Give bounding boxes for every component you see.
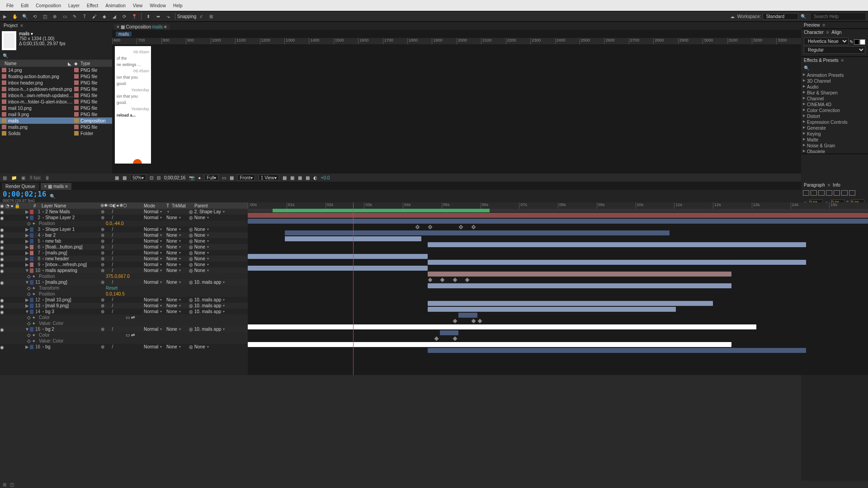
snap-grid-icon[interactable]: ⊞ [207, 12, 215, 20]
layer-property[interactable]: ◇⌖Value: Color [0, 338, 248, 344]
project-item[interactable]: floating-action-button.pngPNG file [0, 73, 112, 80]
align-panel-title[interactable]: Align [831, 30, 841, 35]
timeline-layer[interactable]: ◉▶4▫ bar 2⊛/NormalNone◎ None [0, 232, 248, 238]
menu-effect[interactable]: Effect [83, 3, 102, 8]
menu-composition[interactable]: Composition [32, 3, 65, 8]
view-dropdown[interactable]: Front ▾ [237, 174, 255, 181]
preset-category[interactable]: Color Correction [801, 108, 868, 113]
menu-view[interactable]: View [129, 3, 146, 8]
current-time[interactable]: 0;00;02;16 [164, 175, 185, 180]
selection-tool-icon[interactable]: ▶ [1, 12, 9, 20]
timeline-layer[interactable]: ◉▼10▫ mails appearing⊛/NormalNone◎ None [0, 267, 248, 273]
preset-category[interactable]: Keying [801, 131, 868, 137]
render-queue-tab[interactable]: Render Queue [2, 183, 39, 190]
workspace-dropdown[interactable]: Standard [763, 13, 798, 20]
layer-bar[interactable] [428, 301, 713, 306]
work-area-bar[interactable] [273, 209, 490, 212]
project-item[interactable]: inbox header.pngPNG file [0, 80, 112, 86]
layer-bar[interactable] [428, 260, 806, 265]
layer-bar[interactable] [285, 230, 670, 235]
sync-icon[interactable]: ☁ [728, 12, 736, 20]
justify-last-right-icon[interactable] [841, 190, 848, 196]
search-help-input[interactable] [811, 13, 865, 20]
always-preview-icon[interactable]: ▦ [115, 175, 119, 180]
brush-tool-icon[interactable]: 🖌 [90, 12, 99, 20]
layer-bar[interactable] [428, 283, 731, 288]
timeline-layer[interactable]: ◉▼14▫ bg 3⊛/NormalNone◎ 10. mails app [0, 309, 248, 314]
flowchart-icon[interactable]: ▦ [306, 175, 310, 180]
breadcrumb[interactable]: mails [116, 32, 132, 37]
preset-category[interactable]: Channel [801, 96, 868, 102]
layer-bar[interactable] [428, 348, 806, 353]
preset-category[interactable]: 3D Channel [801, 78, 868, 84]
eraser-tool-icon[interactable]: ◢ [110, 12, 118, 20]
layer-bar[interactable] [248, 324, 756, 329]
timeline-layer[interactable]: ◉▶7▫ [mails.png]⊛/NormalNone◎ None [0, 250, 248, 256]
puppet-tool-icon[interactable]: 📍 [130, 12, 138, 20]
quality-dropdown[interactable]: Full ▾ [204, 174, 218, 181]
stamp-tool-icon[interactable]: ◆ [100, 12, 108, 20]
timeline-layer[interactable]: ◉▶6▫ [floati...button.png]⊛/NormalNone◎ … [0, 244, 248, 250]
preset-category[interactable]: Noise & Grain [801, 143, 868, 149]
exposure-reset-icon[interactable]: ◐ [313, 175, 317, 180]
layer-property[interactable]: ◇⌖TransformReset [0, 285, 248, 291]
layer-bar[interactable] [248, 266, 428, 271]
align-left-icon[interactable] [803, 190, 809, 196]
layer-bar[interactable] [428, 272, 731, 277]
keyframe[interactable] [428, 278, 432, 282]
layer-bar[interactable] [248, 219, 868, 224]
preset-category[interactable]: Audio [801, 84, 868, 90]
character-panel-title[interactable]: Character [804, 30, 824, 35]
font-family-dropdown[interactable]: Helvetica Neue (TT) [804, 38, 849, 45]
timeline-layer[interactable]: ◉▶16▫ bg⊛/NormalNone◎ None [0, 344, 248, 350]
layer-bar[interactable] [428, 307, 676, 312]
preset-category[interactable]: Expression Controls [801, 119, 868, 125]
keyframe[interactable] [440, 278, 445, 282]
hand-tool-icon[interactable]: ✋ [11, 12, 19, 20]
panbehind-tool-icon[interactable]: ⊕ [51, 12, 59, 20]
layer-bar[interactable] [248, 213, 868, 218]
stroke-color[interactable] [860, 39, 865, 45]
preset-category[interactable]: Blur & Sharpen [801, 90, 868, 96]
justify-last-center-icon[interactable] [834, 190, 840, 196]
keyframe[interactable] [434, 337, 439, 341]
menu-file[interactable]: File [3, 3, 17, 8]
project-search-icon[interactable]: 🔍 [3, 53, 8, 58]
new-comp-icon[interactable]: ▣ [21, 175, 25, 180]
layer-bar[interactable] [248, 342, 731, 347]
snapshot-icon[interactable]: 📷 [189, 175, 194, 180]
keyframe[interactable] [471, 319, 476, 324]
keyframe[interactable] [471, 225, 476, 230]
timeline-icon[interactable]: ▦ [298, 175, 302, 180]
align-center-icon[interactable] [811, 190, 817, 196]
fill-color[interactable] [854, 39, 859, 45]
zoom-tool-icon[interactable]: 🔍 [21, 12, 29, 20]
fast-preview-icon[interactable]: ▦ [290, 175, 294, 180]
align-right-icon[interactable] [818, 190, 825, 196]
project-item[interactable]: inbox-h...own-refresh-updated.pngPNG fil… [0, 92, 112, 99]
timeline-layer[interactable]: ◉▶5▫ new fab⊛/NormalNone◎ None [0, 238, 248, 244]
rotate-tool-icon[interactable]: ⟲ [31, 12, 39, 20]
layer-bar[interactable] [428, 242, 806, 247]
bpc-toggle[interactable]: 8 bpc [30, 175, 41, 180]
exposure-value[interactable]: +0.0 [321, 175, 330, 180]
layer-property[interactable]: ◇⌖Position0.0,-44.0 [0, 221, 248, 226]
timeline-layer[interactable]: ◉▼11▫ [mails.png]⊛/NormalNone◎ 10. mails… [0, 279, 248, 285]
project-item[interactable]: mails.pngPNG file [0, 124, 112, 130]
keyframe[interactable] [465, 278, 470, 282]
justify-all-icon[interactable] [849, 190, 855, 196]
preset-category[interactable]: Obsolete [801, 149, 868, 154]
resolution-icon[interactable]: ⊡ [150, 175, 153, 180]
preset-category[interactable]: Matte [801, 137, 868, 143]
project-item[interactable]: SolidsFolder [0, 130, 112, 136]
keyframe[interactable] [459, 225, 463, 230]
channel-icon[interactable]: ● [198, 175, 201, 180]
keyframe[interactable] [453, 278, 457, 282]
snap-edge-icon[interactable]: ⫽ [197, 12, 205, 20]
layer-property[interactable]: ◇⌖Color▭ ⇄ [0, 332, 248, 338]
timeline-layer[interactable]: ◉▶8▫ new header⊛/NormalNone◎ None [0, 256, 248, 262]
view-axis-icon[interactable]: ⬎ [164, 12, 172, 20]
keyframe[interactable] [428, 225, 432, 230]
project-item[interactable]: mail 9.pngPNG file [0, 111, 112, 117]
timeline-timecode[interactable]: 0;00;02;16 [3, 190, 46, 198]
